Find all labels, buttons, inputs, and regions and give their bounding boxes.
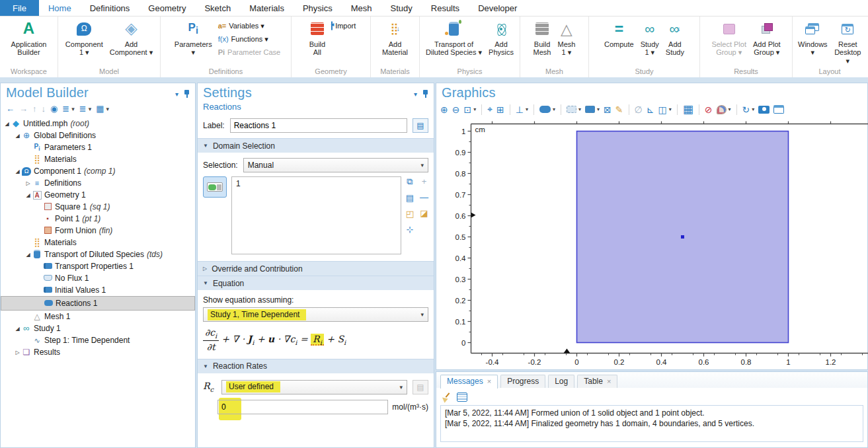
tab-results[interactable]: Results xyxy=(422,0,469,16)
add-plot-group-button[interactable]: Add Plot Group ▾ xyxy=(752,17,782,57)
select-plot-group-button[interactable]: Select Plot Group ▾ xyxy=(710,17,748,57)
tree-item-component-1[interactable]: ◢ΩComponent 1(comp 1) xyxy=(1,165,195,177)
tree-item-global-definitions[interactable]: ◢⊕Global Definitions xyxy=(1,130,195,141)
paste-selection-icon[interactable]: ◰ xyxy=(406,209,414,219)
parameters-button[interactable]: Pi Parameters ▾ xyxy=(173,17,214,57)
report-icon[interactable] xyxy=(457,392,467,402)
view-hidden-icon[interactable]: ◫ xyxy=(658,104,667,115)
tab-progress[interactable]: Progress xyxy=(500,375,545,388)
add-study-button[interactable]: ∞↓ Add Study xyxy=(664,17,686,57)
tab-table[interactable]: Table× xyxy=(577,375,617,388)
add-physics-button[interactable]: Add Physics xyxy=(487,17,515,57)
pin-icon[interactable] xyxy=(184,90,190,98)
tab-mesh[interactable]: Mesh xyxy=(342,0,381,16)
messages-log[interactable]: [Mar 5, 2022, 11:44 AM] Formed union of … xyxy=(440,405,863,442)
tree-item-point-1[interactable]: ▪Point 1(pt 1) xyxy=(1,213,195,225)
tree-item-study-1[interactable]: ◢∞Study 1 xyxy=(1,322,195,334)
tree-item-no-flux-1[interactable]: No Flux 1 xyxy=(1,272,195,284)
tab-home[interactable]: Home xyxy=(39,0,81,16)
labels-off-icon[interactable]: ⊘ xyxy=(705,104,713,115)
tree-item-materials-component[interactable]: ⣿Materials xyxy=(1,237,195,248)
edit-expression-button[interactable]: ▤ xyxy=(413,380,428,394)
import-button[interactable]: Import xyxy=(331,19,356,32)
mesh-grid-icon[interactable]: ▦ xyxy=(683,102,693,116)
zoom-selected-icon[interactable]: ⌖ xyxy=(487,104,493,115)
rate-expression-input[interactable] xyxy=(217,400,388,414)
back-icon[interactable]: ← xyxy=(6,104,15,114)
reset-desktop-button[interactable]: ↻ Reset Desktop ▾ xyxy=(833,17,863,65)
zoom-out-icon[interactable]: ⊖ xyxy=(452,104,460,115)
active-toggle-button[interactable] xyxy=(203,176,227,198)
add-material-button[interactable]: ⣿↓ Add Material xyxy=(381,17,409,57)
tree-item-transport-of-diluted-species[interactable]: ◢Transport of Diluted Species(tds) xyxy=(1,248,195,260)
application-builder-button[interactable]: A Application Builder xyxy=(10,17,48,57)
tab-materials[interactable]: Materials xyxy=(240,0,294,16)
zoom-in-icon[interactable]: ⊕ xyxy=(440,104,448,115)
copy-selection-icon[interactable]: ▤ xyxy=(406,193,414,203)
zoom-extents-icon[interactable]: ⊞ xyxy=(496,104,504,115)
close-icon[interactable]: × xyxy=(607,377,611,385)
remove-from-selection-icon[interactable]: — xyxy=(420,192,428,202)
build-mesh-button[interactable]: Build Mesh xyxy=(532,17,553,57)
override-contribution-header[interactable]: ▷ Override and Contribution xyxy=(198,261,434,276)
scene-color-icon[interactable] xyxy=(539,106,551,113)
domain-selection-header[interactable]: ▼ Domain Selection xyxy=(198,138,434,153)
label-input[interactable] xyxy=(230,118,407,133)
hide-objects-icon[interactable]: ∅ xyxy=(635,104,643,115)
windows-button[interactable]: Windows ▾ xyxy=(797,17,829,57)
print-icon[interactable] xyxy=(773,105,784,114)
mesh-1-button[interactable]: △ Mesh 1 ▾ xyxy=(557,17,577,57)
tree-item-parameters-1[interactable]: PiParameters 1 xyxy=(1,141,195,153)
tree-item-results[interactable]: ▷❏Results xyxy=(1,346,195,358)
tree-item-initial-values-1[interactable]: Initial Values 1 xyxy=(1,284,195,296)
pin-icon[interactable] xyxy=(422,90,428,98)
tree-item-step-1-time-dependent[interactable]: ∿Step 1: Time Dependent xyxy=(1,334,195,346)
build-all-button[interactable]: Build All xyxy=(308,17,327,57)
compute-button[interactable]: = Compute xyxy=(603,17,635,48)
tree-item-square-1[interactable]: Square 1(sq 1) xyxy=(1,201,195,213)
deselect-brush-icon[interactable]: ✎ xyxy=(615,104,623,115)
tree-item-materials-global[interactable]: ⣿Materials xyxy=(1,153,195,165)
move-down-icon[interactable]: ↓ xyxy=(42,104,46,114)
tab-geometry[interactable]: Geometry xyxy=(139,0,195,16)
file-menu-button[interactable]: File xyxy=(0,0,39,16)
reaction-rates-header[interactable]: ▼ Reaction Rates xyxy=(198,359,434,373)
panel-menu-icon[interactable]: ▾ xyxy=(414,91,417,98)
zoom-box-icon[interactable]: ⊡ xyxy=(463,104,471,115)
tree-item-definitions[interactable]: ▷≡Definitions xyxy=(1,177,195,189)
deselect-icon[interactable]: ◪ xyxy=(420,208,428,218)
parameter-case-button[interactable]: Pi Parameter Case xyxy=(218,46,281,59)
update-plot-icon[interactable]: ↻ xyxy=(742,104,750,115)
tab-log[interactable]: Log xyxy=(548,375,574,388)
tab-study[interactable]: Study xyxy=(381,0,422,16)
functions-button[interactable]: f(x) Functions ▾ xyxy=(218,32,281,46)
component-button[interactable]: Ω Component 1 ▾ xyxy=(64,17,104,57)
plot-canvas[interactable]: -0.4-0.200.20.40.60.811.200.10.20.30.40.… xyxy=(436,120,868,369)
collapse-sort-icon[interactable]: ≣ xyxy=(79,104,87,114)
create-selection-icon[interactable]: ⧉ xyxy=(407,176,413,187)
transport-of-diluted-species-button[interactable]: Transport of Diluted Species ▾ xyxy=(424,17,483,57)
view-orientation-icon[interactable]: ⊥ xyxy=(516,104,524,115)
tab-definitions[interactable]: Definitions xyxy=(81,0,139,16)
select-box-icon[interactable] xyxy=(567,106,576,113)
add-component-button[interactable]: ◈ Add Component ▾ xyxy=(108,17,154,57)
tab-developer[interactable]: Developer xyxy=(469,0,526,16)
tree-item-form-union[interactable]: Form Union(fin) xyxy=(1,225,195,237)
snapshot-icon[interactable] xyxy=(758,106,769,114)
columns-icon[interactable]: ▦ xyxy=(96,104,104,114)
tree-item-transport-properties-1[interactable]: Transport Properties 1 xyxy=(1,260,195,272)
selection-dropdown[interactable]: Manual ▾ xyxy=(243,158,428,172)
measure-icon[interactable]: ⊾ xyxy=(647,104,654,115)
show-icon[interactable]: ◉ xyxy=(50,104,58,114)
variables-button[interactable]: a= Variables ▾ xyxy=(218,19,281,32)
rename-button[interactable]: ▤ xyxy=(413,118,428,133)
deselect-box-icon[interactable] xyxy=(585,106,595,113)
clear-messages-icon[interactable] xyxy=(442,392,451,402)
study-dropdown[interactable]: Study 1, Time Dependent ▾ xyxy=(203,307,428,322)
tab-messages[interactable]: Messages× xyxy=(440,375,498,389)
tab-sketch[interactable]: Sketch xyxy=(195,0,240,16)
tree-item-mesh-1[interactable]: △Mesh 1 xyxy=(1,311,195,322)
tree-item-root[interactable]: ◢◆Untitled.mph(root) xyxy=(1,118,195,130)
color-palette-icon[interactable] xyxy=(717,105,727,114)
zoom-to-selection-icon[interactable]: ⊹ xyxy=(406,225,413,235)
